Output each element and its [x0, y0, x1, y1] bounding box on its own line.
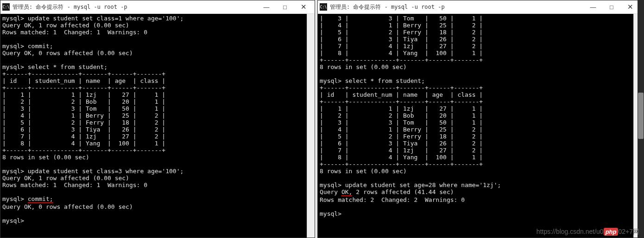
maximize-button[interactable]: □: [602, 1, 621, 13]
table-row: | 8 | 4 | Yang | 100 | 1 |: [320, 50, 483, 56]
query-result: Rows matched: 1 Changed: 1 Warnings: 0: [2, 29, 147, 36]
cmd-icon: C:\: [2, 3, 10, 11]
minimize-button[interactable]: —: [257, 1, 276, 13]
prompt: mysql>: [2, 217, 24, 224]
table-row: | 4 | 1 | Berry | 25 | 2 |: [320, 126, 483, 133]
sql-command: select * from student;: [28, 63, 107, 70]
sql-command: update student set class=1 where age='10…: [28, 15, 184, 22]
table-row: | 2 | 2 | Bob | 20 | 1 |: [320, 112, 483, 119]
table-row: | 4 | 1 | Berry | 25 | 2 |: [2, 112, 165, 119]
table-row: | 1 | 1 | 1zj | 27 | 1 |: [320, 105, 483, 112]
table-row: | 5 | 2 | Ferry | 18 | 2 |: [320, 133, 483, 140]
sql-command: update student set age=28 where name='1z…: [345, 182, 501, 188]
watermark-url-pre: https://blog.csdn.net/u0: [537, 228, 604, 235]
table-row: | 4 | 1 | Berry | 25 | 2 |: [320, 22, 483, 29]
table-row: | 2 | 2 | Bob | 20 | 1 |: [2, 98, 165, 105]
table-row: | 8 | 4 | Yang | 100 | 1 |: [2, 140, 165, 147]
terminal-output-left[interactable]: mysql> update student set class=1 where …: [0, 14, 315, 238]
prompt: mysql>: [320, 182, 341, 188]
table-border: +------+-------------+-------+------+---…: [2, 147, 165, 154]
watermark: https://blog.csdn.net/u0php02+7网: [537, 228, 639, 236]
prompt: mysql>: [320, 210, 341, 217]
cmd-icon: C:\: [320, 3, 327, 11]
table-row: | 7 | 4 | 1zj | 27 | 2 |: [320, 43, 483, 50]
scrollbar-thumb[interactable]: [638, 93, 644, 139]
table-border: +------+-------------+-------+------+---…: [2, 84, 165, 91]
table-border: +------+-------------+-------+------+---…: [2, 70, 165, 77]
commit-highlighted: commit;: [28, 195, 53, 203]
query-result: Query OK, 0 rows affected (0.00 sec): [2, 50, 133, 56]
query-result-pre: Query: [320, 188, 341, 195]
table-row: | 3 | 3 | Tom | 50 | 1 |: [320, 15, 483, 22]
sql-command: update student set class=3 where age='10…: [28, 168, 184, 175]
terminal-window-left: C:\ 管理员: 命令提示符 - mysql -u root -p — □ ✕ …: [0, 0, 315, 238]
window-title: 管理员: 命令提示符 - mysql -u root -p: [13, 3, 257, 11]
table-row: | 7 | 4 | 1zj | 27 | 2 |: [320, 147, 483, 154]
query-result: Rows matched: 2 Changed: 2 Warnings: 0: [320, 196, 465, 203]
prompt: mysql>: [2, 168, 24, 175]
query-result-post: 2 rows affected (41.44 sec): [352, 188, 454, 195]
table-header: | id | student_num | name | age | class …: [2, 77, 165, 84]
table-row: | 6 | 3 | Tiya | 26 | 2 |: [320, 36, 483, 43]
table-row: | 1 | 1 | 1zj | 27 | 1 |: [2, 91, 165, 98]
prompt: mysql>: [2, 43, 24, 50]
query-result: Query OK, 1 row affected (0.00 sec): [2, 175, 129, 182]
prompt: mysql>: [2, 63, 24, 70]
scrollbar[interactable]: [307, 14, 315, 238]
prompt: mysql>: [2, 15, 24, 22]
query-result: Rows matched: 1 Changed: 1 Warnings: 0: [2, 182, 147, 188]
table-row: | 7 | 4 | 1zj | 27 | 2 |: [2, 133, 165, 140]
titlebar-right[interactable]: C:\ 管理员: 命令提示符 - mysql -u root -p — □ ✕: [318, 0, 641, 14]
prompt: mysql>: [320, 77, 341, 84]
prompt-text: mysql>: [2, 195, 28, 202]
rows-in-set: 8 rows in set (0.00 sec): [320, 168, 407, 175]
table-border: +------+-------------+-------+------+---…: [320, 56, 483, 63]
page-scrollbar[interactable]: [638, 0, 644, 238]
table-border: +------+-------------+-------+------+---…: [320, 98, 483, 105]
table-row: | 5 | 2 | Ferry | 18 | 2 |: [320, 29, 483, 36]
sql-command: select * from student;: [345, 77, 425, 84]
titlebar-left[interactable]: C:\ 管理员: 命令提示符 - mysql -u root -p — □ ✕: [0, 0, 315, 14]
ok-highlighted: OK,: [341, 188, 352, 196]
close-button[interactable]: ✕: [621, 1, 639, 13]
terminal-output-right[interactable]: | 3 | 3 | Tom | 50 | 1 | | 4 | 1 | Berry…: [318, 14, 641, 238]
watermark-url-post: 02+7网: [618, 228, 639, 235]
table-border: +------+-------------+-------+------+---…: [320, 161, 483, 168]
table-row: | 3 | 3 | Tom | 50 | 1 |: [320, 119, 483, 126]
window-title: 管理员: 命令提示符 - mysql -u root -p: [330, 3, 584, 11]
table-header: | id | student_num | name | age | class …: [320, 91, 483, 98]
rows-in-set: 8 rows in set (0.00 sec): [2, 154, 89, 161]
query-result: Query OK, 1 row affected (0.00 sec): [2, 22, 129, 29]
sql-command: commit;: [28, 43, 53, 50]
table-row: | 8 | 4 | Yang | 100 | 1 |: [320, 154, 483, 161]
terminal-window-right: C:\ 管理员: 命令提示符 - mysql -u root -p — □ ✕ …: [317, 0, 642, 238]
rows-in-set: 8 rows in set (0.00 sec): [320, 63, 407, 70]
table-border: +------+-------------+-------+------+---…: [320, 84, 483, 91]
php-badge-icon: php: [604, 228, 619, 236]
minimize-button[interactable]: —: [584, 1, 602, 13]
close-button[interactable]: ✕: [294, 1, 313, 13]
query-result: Query OK, 0 rows affected (0.00 sec): [2, 203, 133, 210]
table-row: | 5 | 2 | Ferry | 18 | 2 |: [2, 119, 165, 126]
table-row: | 3 | 3 | Tom | 50 | 1 |: [2, 105, 165, 112]
maximize-button[interactable]: □: [276, 1, 294, 13]
table-row: | 6 | 3 | Tiya | 26 | 2 |: [2, 126, 165, 133]
table-row: | 6 | 3 | Tiya | 26 | 2 |: [320, 140, 483, 147]
